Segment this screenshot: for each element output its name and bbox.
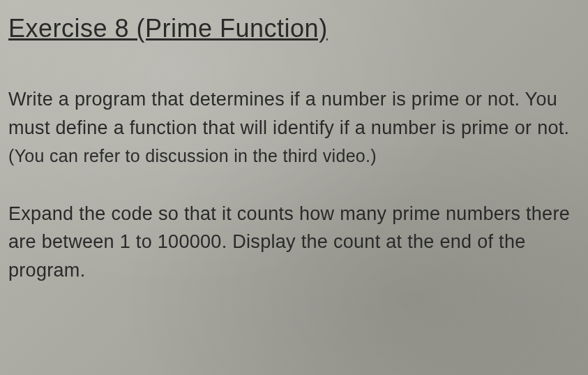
instruction-paragraph-1: Write a program that determines if a num… — [8, 85, 574, 170]
hint-text: (You can refer to discussion in the thir… — [8, 146, 377, 166]
exercise-heading: Exercise 8 (Prime Function) — [8, 14, 574, 43]
instruction-paragraph-2: Expand the code so that it counts how ma… — [8, 200, 574, 285]
document-content: Exercise 8 (Prime Function) Write a prog… — [8, 14, 574, 284]
instruction-text-1: Write a program that determines if a num… — [8, 89, 569, 138]
